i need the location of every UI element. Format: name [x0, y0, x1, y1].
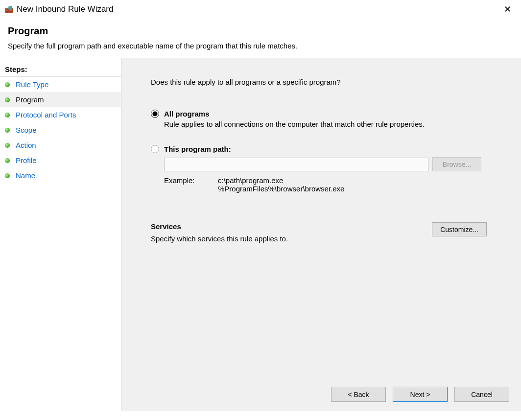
bullet-icon: [5, 113, 10, 117]
bullet-icon: [5, 82, 10, 87]
svg-rect-8: [10, 11, 13, 13]
step-label: Name: [16, 171, 35, 180]
example-text: c:\path\program.exe %ProgramFiles%\brows…: [218, 176, 344, 193]
step-scope[interactable]: Scope: [0, 122, 121, 138]
main-area: Steps: Rule Type Program Protocol and Po…: [0, 58, 521, 411]
page-heading: Program: [8, 25, 513, 37]
option-all-programs: All programs Rule applies to all connect…: [151, 110, 501, 128]
bullet-icon: [5, 143, 10, 148]
cancel-button[interactable]: Cancel: [454, 387, 509, 402]
step-rule-type[interactable]: Rule Type: [0, 77, 121, 92]
svg-rect-7: [7, 11, 10, 13]
step-label: Scope: [16, 126, 37, 134]
step-name[interactable]: Name: [0, 168, 121, 183]
wizard-header: Program Specify the full program path an…: [0, 19, 521, 58]
customize-button[interactable]: Customize...: [432, 222, 487, 236]
content-panel: Does this rule apply to all programs or …: [121, 58, 521, 411]
svg-rect-1: [5, 8, 7, 10]
back-button[interactable]: < Back: [331, 387, 386, 402]
page-subtitle: Specify the full program path and execut…: [8, 42, 513, 50]
firewall-icon: [5, 5, 13, 13]
step-label: Action: [16, 141, 36, 149]
radio-all-programs-label[interactable]: All programs: [164, 110, 210, 118]
browse-button[interactable]: Browse...: [432, 157, 481, 171]
radio-this-program-path-label[interactable]: This program path:: [164, 145, 231, 153]
wizard-footer: < Back Next > Cancel: [331, 387, 509, 402]
question-text: Does this rule apply to all programs or …: [151, 78, 501, 86]
step-label: Rule Type: [16, 80, 48, 89]
svg-rect-6: [5, 11, 7, 13]
window-title: New Inbound Rule Wizard: [17, 4, 499, 14]
services-heading: Services: [151, 222, 288, 231]
radio-all-programs-desc: Rule applies to all connections on the c…: [164, 120, 501, 128]
svg-rect-5: [9, 10, 13, 11]
example-label: Example:: [164, 176, 218, 193]
step-protocol-ports[interactable]: Protocol and Ports: [0, 107, 121, 122]
services-section: Services Specify which services this rul…: [151, 222, 501, 243]
bullet-icon: [5, 158, 10, 163]
radio-all-programs[interactable]: [151, 110, 159, 118]
step-label: Profile: [16, 156, 37, 164]
next-button[interactable]: Next >: [393, 387, 448, 402]
services-desc: Specify which services this rule applies…: [151, 234, 288, 243]
steps-heading: Steps:: [0, 62, 121, 77]
step-program[interactable]: Program: [0, 92, 121, 107]
titlebar: New Inbound Rule Wizard ✕: [0, 0, 521, 19]
steps-sidebar: Steps: Rule Type Program Protocol and Po…: [0, 58, 121, 411]
step-profile[interactable]: Profile: [0, 153, 121, 168]
step-label: Program: [16, 95, 44, 104]
option-this-program-path: This program path: Browse... Example: c:…: [151, 145, 501, 193]
bullet-icon: [5, 97, 10, 102]
svg-rect-4: [5, 10, 9, 11]
close-button[interactable]: ✕: [499, 2, 516, 17]
program-path-input[interactable]: [164, 158, 428, 171]
radio-this-program-path[interactable]: [151, 145, 159, 153]
step-action[interactable]: Action: [0, 138, 121, 153]
bullet-icon: [5, 173, 10, 178]
bullet-icon: [5, 128, 10, 133]
step-label: Protocol and Ports: [16, 111, 76, 119]
